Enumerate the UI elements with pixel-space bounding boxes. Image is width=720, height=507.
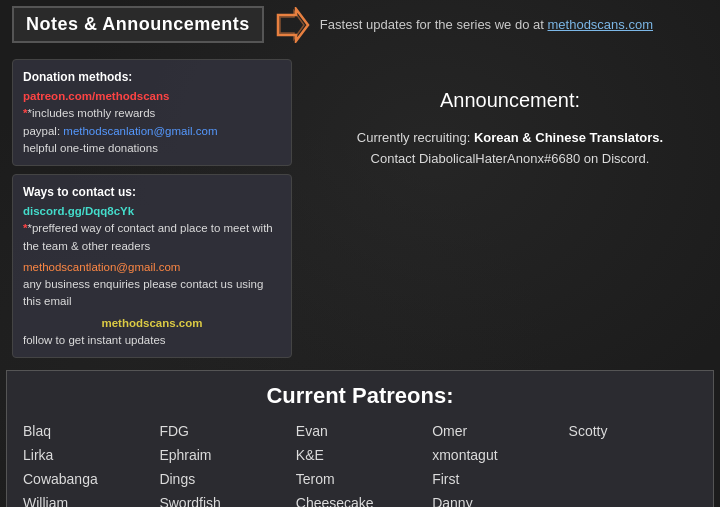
contact-title: Ways to contact us: <box>23 183 281 201</box>
patreon-name: Swordfish <box>159 493 287 507</box>
donation-box: Donation methods: patreon.com/methodscan… <box>12 59 292 166</box>
patreon-name: Cheesecake <box>296 493 424 507</box>
patreon-name: xmontagut <box>432 445 560 466</box>
methodscans-link[interactable]: methodscans.com <box>548 17 654 32</box>
patreon-name: First <box>432 469 560 490</box>
email-note: any business enquiries please contact us… <box>23 276 281 311</box>
donation-title: Donation methods: <box>23 68 281 86</box>
main-container: Notes & Announcements Fastest updates fo… <box>0 0 720 507</box>
patreon-name: Terom <box>296 469 424 490</box>
header-tagline: Fastest updates for the series we do at … <box>320 17 708 32</box>
contact-box: Ways to contact us: discord.gg/Dqq8cYk *… <box>12 174 292 358</box>
patreon-title: Current Patreons: <box>23 383 697 409</box>
paypal-link[interactable]: methodscanlation@gmail.com <box>63 125 217 137</box>
website-link[interactable]: methodscans.com <box>23 315 281 332</box>
left-panel: Donation methods: patreon.com/methodscan… <box>12 59 292 358</box>
patreon-name: William <box>23 493 151 507</box>
announcement-body: Currently recruiting: Korean & Chinese T… <box>312 128 708 170</box>
patreon-col-4: Scotty <box>569 421 697 507</box>
patreon-col-2: EvanK&ETeromCheesecakeGrant <box>296 421 424 507</box>
top-section: Donation methods: patreon.com/methodscan… <box>0 49 720 366</box>
discord-link[interactable]: discord.gg/Dqq8cYk <box>23 205 134 217</box>
patreon-col-3: OmerxmontagutFirstDannySensei <box>432 421 560 507</box>
email-link[interactable]: methodscantlation@gmail.com <box>23 261 180 273</box>
paypal-line: paypal: methodscanlation@gmail.com <box>23 123 281 140</box>
patreon-name: Blaq <box>23 421 151 442</box>
website-line: methodscans.com <box>23 315 281 332</box>
patreon-name: Scotty <box>569 421 697 442</box>
discord-note: **preffered way of contact and place to … <box>23 220 281 255</box>
header-row: Notes & Announcements Fastest updates fo… <box>0 0 720 49</box>
patreon-name: Dings <box>159 469 287 490</box>
email-line: methodscantlation@gmail.com <box>23 259 281 276</box>
patreon-col-1: FDGEphraimDingsSwordfishSiliconMage <box>159 421 287 507</box>
patreon-name: Omer <box>432 421 560 442</box>
discord-line: discord.gg/Dqq8cYk <box>23 203 281 220</box>
patreon-name: Lirka <box>23 445 151 466</box>
patreon-name: Cowabanga <box>23 469 151 490</box>
patreon-name: FDG <box>159 421 287 442</box>
announcement-highlight: Korean & Chinese Translators. <box>474 130 663 145</box>
page-title: Notes & Announcements <box>12 6 264 43</box>
patreon-name: Danny <box>432 493 560 507</box>
website-note: follow to get instant updates <box>23 332 281 349</box>
patreon-line: patreon.com/methodscans <box>23 88 281 105</box>
paypal-note: helpful one-time donations <box>23 140 281 157</box>
patreon-name: Evan <box>296 421 424 442</box>
arrow-icon <box>274 7 310 43</box>
patreon-link[interactable]: patreon.com/methodscans <box>23 90 169 102</box>
patreon-col-0: BlaqLirkaCowabangaWilliamDylan <box>23 421 151 507</box>
patreon-name: K&E <box>296 445 424 466</box>
patreon-section: Current Patreons: BlaqLirkaCowabangaWill… <box>6 370 714 507</box>
right-panel: Announcement: Currently recruiting: Kore… <box>292 59 708 358</box>
patreon-name: Ephraim <box>159 445 287 466</box>
announcement-title: Announcement: <box>312 89 708 112</box>
patreon-grid: BlaqLirkaCowabangaWilliamDylanFDGEphraim… <box>23 421 697 507</box>
patreon-note: **includes mothly rewards <box>23 105 281 122</box>
